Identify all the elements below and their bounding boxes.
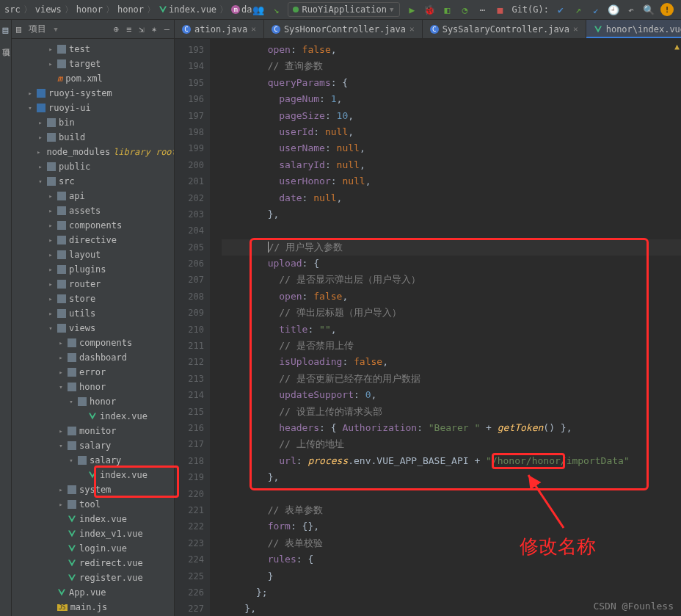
vue-icon	[88, 471, 97, 479]
coverage-icon[interactable]: ◧	[441, 4, 453, 15]
tree-item[interactable]: App.vue	[12, 585, 174, 600]
tree-item[interactable]: index.vue	[12, 512, 174, 526]
editor-tab[interactable]: honor\index.vue✕	[586, 20, 681, 38]
folder-icon	[78, 397, 87, 406]
vue-icon	[68, 559, 76, 568]
tree-item[interactable]: ▸build	[12, 130, 174, 145]
vue-icon	[88, 412, 97, 421]
tree-item[interactable]: ▸tool	[12, 497, 174, 512]
tree-item[interactable]: JSmain.js	[12, 600, 174, 615]
tree-item[interactable]: ▸error	[12, 365, 174, 380]
search-icon[interactable]: 🔍	[643, 4, 655, 15]
tree-item[interactable]: index.vue	[12, 409, 174, 424]
tree-item[interactable]: ▾salary	[12, 438, 174, 453]
editor-pane: Cation.java✕CSysHonorController.java✕CSy…	[175, 20, 681, 616]
git-pull-icon[interactable]: ↙	[590, 4, 602, 15]
tree-item[interactable]: register.vue	[12, 570, 174, 585]
tree-item[interactable]: ▾honor	[12, 394, 174, 409]
profile-icon[interactable]: ◔	[459, 4, 470, 15]
gear-icon[interactable]: ✶	[152, 24, 157, 35]
tree-item[interactable]: ▸router	[12, 277, 174, 291]
folder-icon	[68, 368, 76, 377]
expand-icon[interactable]: ≡	[126, 24, 131, 35]
tree-item[interactable]: ▸node_modules library root	[12, 145, 174, 159]
folder-icon	[68, 338, 76, 347]
editor-tab[interactable]: CSysSalaryController.java✕	[423, 20, 586, 38]
tree-item[interactable]: ▸ruoyi-system	[12, 86, 174, 101]
stop-icon[interactable]: ■	[494, 4, 506, 15]
vue-icon	[68, 515, 76, 523]
tree-item[interactable]: ▸layout	[12, 247, 174, 262]
tree-item[interactable]: ▸utils	[12, 306, 174, 321]
folder-icon	[57, 309, 66, 318]
breadcrumb-item[interactable]: mdata()	[231, 4, 252, 15]
avatar[interactable]: !	[660, 3, 674, 16]
tree-item[interactable]: ▾honor	[12, 380, 174, 394]
git-rollback-icon[interactable]: ↶	[625, 4, 637, 15]
debug-icon[interactable]: 🐞	[423, 4, 435, 15]
tree-item[interactable]: ▸monitor	[12, 424, 174, 438]
tree-item[interactable]: ▸test	[12, 42, 174, 57]
project-tool-label[interactable]: 项目	[0, 40, 11, 46]
chevron-down-icon[interactable]: ▼	[54, 26, 57, 33]
tree-item[interactable]: ▸directive	[12, 233, 174, 247]
vue-icon	[57, 588, 66, 597]
tree-item[interactable]: ▸components	[12, 218, 174, 233]
close-icon[interactable]: ✕	[573, 24, 578, 34]
breadcrumb-item[interactable]: honor	[76, 4, 103, 15]
tree-item[interactable]: ▾src	[12, 174, 174, 189]
build-icon[interactable]: ↘	[270, 4, 282, 15]
tree-item[interactable]: ▾ruoyi-ui	[12, 101, 174, 115]
tree-item[interactable]: ▸plugins	[12, 262, 174, 277]
folder-icon	[57, 294, 66, 303]
tree-item[interactable]: ▸assets	[12, 203, 174, 218]
tree-item[interactable]: ▸public	[12, 159, 174, 174]
project-panel-title: 项目	[29, 23, 46, 35]
toolbar-right: 👥 ↘ RuoYiApplication ▼ ▶ 🐞 ◧ ◔ ⋯ ■ Git(G…	[252, 2, 677, 17]
tree-item[interactable]: login.vue	[12, 541, 174, 556]
git-commit-icon[interactable]: ✔	[555, 4, 567, 15]
tree-item[interactable]: ▸api	[12, 189, 174, 203]
spring-icon	[293, 7, 299, 12]
attach-icon[interactable]: ⋯	[476, 4, 488, 15]
warnings-icon[interactable]: ▲	[674, 42, 680, 51]
run-config-select[interactable]: RuoYiApplication ▼	[288, 2, 400, 17]
tree-item[interactable]: index.vue	[12, 468, 174, 482]
git-history-icon[interactable]: 🕘	[608, 4, 619, 15]
project-panel: ▤ 项目 ▼ ⊕ ≡ ⇲ ✶ — ▸test▸targetmpom.xml▸ru…	[12, 20, 175, 616]
folder-icon	[57, 221, 66, 230]
close-icon[interactable]: ✕	[251, 24, 256, 34]
tree-item[interactable]: index_v1.vue	[12, 526, 174, 541]
close-icon[interactable]: ✕	[409, 24, 415, 34]
hide-icon[interactable]: —	[164, 24, 170, 35]
tree-item[interactable]: ▾salary	[12, 453, 174, 468]
select-file-icon[interactable]: ⊕	[114, 24, 119, 35]
breadcrumb-item[interactable]: index.vue	[159, 4, 216, 15]
tree-item[interactable]: ▸target	[12, 57, 174, 71]
code-area[interactable]: open: false, // 查询参数 queryParams: { page…	[210, 39, 681, 616]
left-tool-stripe: ▤ 项目	[0, 20, 12, 616]
tree-item[interactable]: redirect.vue	[12, 556, 174, 570]
git-push-icon[interactable]: ↗	[572, 4, 584, 15]
project-tree[interactable]: ▸test▸targetmpom.xml▸ruoyi-system▾ruoyi-…	[12, 39, 174, 616]
tree-item[interactable]: ▸components	[12, 336, 174, 350]
tree-item[interactable]: ▸system	[12, 482, 174, 497]
breadcrumbs[interactable]: src〉views〉honor〉honor〉index.vue〉mdata()	[4, 4, 252, 16]
breadcrumb-item[interactable]: honor	[117, 4, 144, 15]
folder-icon	[57, 236, 66, 244]
editor-tab[interactable]: CSysHonorController.java✕	[264, 20, 423, 38]
breadcrumb-item[interactable]: src	[4, 4, 21, 15]
tree-item[interactable]: ▸dashboard	[12, 350, 174, 365]
breadcrumb-item[interactable]: views	[35, 4, 62, 15]
tree-item[interactable]: ▸store	[12, 291, 174, 306]
project-tool-icon[interactable]: ▤	[3, 24, 9, 35]
tree-item[interactable]: ▾views	[12, 321, 174, 336]
folder-icon	[57, 192, 66, 200]
collapse-icon[interactable]: ⇲	[139, 24, 144, 35]
users-icon[interactable]: 👥	[252, 4, 264, 15]
tree-item[interactable]: ▸bin	[12, 115, 174, 130]
run-icon[interactable]: ▶	[406, 4, 418, 15]
editor-tab[interactable]: Cation.java✕	[175, 20, 264, 38]
tree-item[interactable]: mpom.xml	[12, 71, 174, 86]
project-panel-icon: ▤	[16, 24, 21, 35]
